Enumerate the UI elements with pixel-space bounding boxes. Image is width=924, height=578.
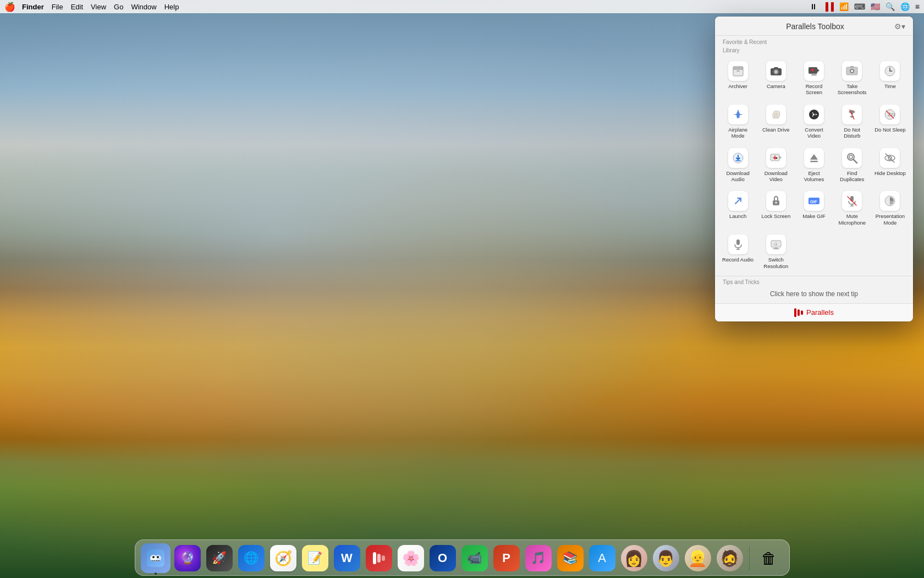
menubar-app-name[interactable]: Finder (22, 3, 44, 11)
record-screen-icon (804, 61, 824, 81)
download-audio-label: Download Audio (722, 170, 754, 183)
pause-icon[interactable]: ⏸ (810, 2, 817, 11)
bar-1 (794, 308, 796, 317)
keyboard-icon[interactable]: ⌨ (854, 2, 865, 11)
menubar: 🍎 Finder File Edit View Go Window Help ⏸… (0, 0, 924, 13)
launch-icon (728, 191, 748, 211)
tool-download-audio[interactable]: Download Audio (719, 144, 756, 186)
tips-section: Tips and Tricks Click here to show the n… (715, 276, 913, 303)
menubar-edit[interactable]: Edit (71, 3, 83, 11)
svg-line-44 (735, 198, 741, 204)
tool-hide-desktop[interactable]: Hide Desktop (872, 144, 909, 186)
panel-title: Parallels Toolbox (736, 22, 894, 31)
dock-item-photos[interactable]: 🌸 (396, 543, 426, 573)
svg-rect-37 (810, 161, 818, 162)
tool-archiver[interactable]: Archiver (719, 57, 756, 99)
dock-item-stickies[interactable]: 📝 (300, 543, 330, 573)
dock-item-ie[interactable]: 🌐 (237, 543, 266, 573)
svg-marker-36 (810, 154, 818, 160)
camera-label: Camera (767, 83, 785, 89)
dock-item-finder[interactable] (141, 543, 170, 573)
dock-item-safari[interactable]: 🧭 (268, 543, 298, 573)
tips-content-button[interactable]: Click here to show the next tip (715, 287, 913, 303)
parallels-logo-text: Parallels (806, 308, 834, 317)
svg-marker-35 (779, 156, 782, 159)
dock-item-contact2[interactable]: 👨 (651, 543, 681, 573)
wifi-icon[interactable]: 📶 (839, 2, 849, 11)
record-screen-label: Record Screen (798, 83, 830, 96)
tips-label: Tips and Tricks (715, 276, 913, 287)
tool-presentation-mode[interactable]: Presentation Mode (872, 187, 909, 229)
svg-point-46 (775, 202, 777, 204)
tool-eject-volumes[interactable]: Eject Volumes (795, 144, 832, 186)
section-library: Library (715, 46, 913, 54)
parallels-menubar-icon[interactable]: ▐▐ (823, 2, 834, 11)
parallels-logo: Parallels (794, 308, 834, 317)
dock-separator (749, 546, 750, 570)
search-icon[interactable]: 🔍 (886, 2, 895, 11)
do-not-sleep-icon: Zzz (880, 105, 900, 124)
switch-resolution-icon (766, 235, 786, 254)
tool-airplane-mode[interactable]: Airplane Mode (719, 100, 756, 143)
tool-clean-drive[interactable]: Clean Drive (757, 100, 794, 143)
tool-download-video[interactable]: Download Video (757, 144, 794, 186)
lock-screen-icon (766, 191, 786, 211)
tools-grid: Archiver Camera Record Screen Take Scree… (715, 54, 913, 275)
tool-launch[interactable]: Launch (719, 187, 756, 229)
svg-marker-8 (817, 69, 820, 72)
dock-item-launchpad[interactable]: 🚀 (205, 543, 234, 573)
tool-switch-resolution[interactable]: Switch Resolution (757, 230, 794, 272)
menubar-help[interactable]: Help (164, 3, 179, 11)
tool-do-not-disturb[interactable]: Do Not Disturb (834, 100, 871, 143)
tool-find-duplicates[interactable]: Find Duplicates (834, 144, 871, 186)
tool-lock-screen[interactable]: Lock Screen (757, 187, 794, 229)
menubar-go[interactable]: Go (114, 3, 123, 11)
launch-label: Launch (729, 213, 746, 219)
flag-icon[interactable]: 🇺🇸 (871, 2, 880, 11)
mute-microphone-icon (842, 191, 862, 211)
tool-mute-microphone[interactable]: Mute Microphone (834, 187, 871, 229)
dock-background: 🔮 🚀 🌐 🧭 📝 W (135, 539, 790, 576)
menubar-window[interactable]: Window (131, 3, 156, 11)
dock-item-contact1[interactable]: 👩 (619, 543, 649, 573)
panel-gear-button[interactable]: ⚙▾ (894, 22, 905, 31)
tool-do-not-sleep[interactable]: Zzz Do Not Sleep (872, 100, 909, 143)
dock-item-siri[interactable]: 🔮 (173, 543, 202, 573)
archiver-icon (728, 61, 748, 81)
take-screenshots-icon (842, 61, 862, 81)
tool-record-screen[interactable]: Record Screen (795, 57, 832, 99)
do-not-disturb-icon (842, 105, 862, 124)
convert-video-icon (804, 105, 824, 124)
download-video-label: Download Video (760, 170, 792, 183)
dock-item-contact4[interactable]: 🧔 (715, 543, 745, 573)
dock-item-word[interactable]: W (332, 543, 362, 573)
menubar-view[interactable]: View (91, 3, 106, 11)
notification-icon[interactable]: ≡ (915, 2, 920, 11)
eject-volumes-icon (804, 148, 824, 168)
svg-point-40 (849, 155, 853, 159)
panel-footer: Parallels (715, 303, 913, 321)
tool-record-audio[interactable]: Record Audio (719, 230, 756, 272)
siri-icon[interactable]: 🌐 (900, 2, 910, 11)
tool-convert-video[interactable]: Convert Video (795, 100, 832, 143)
dock-item-appstore[interactable]: A (587, 543, 617, 573)
tool-take-screenshots[interactable]: Take Screenshots (834, 57, 871, 99)
dock-item-itunes[interactable]: 🎵 (524, 543, 553, 573)
dock-item-facetime[interactable]: 📹 (460, 543, 490, 573)
tool-make-gif[interactable]: GIF Make GIF (795, 187, 832, 229)
tool-time[interactable]: Time (872, 57, 909, 99)
dock-item-contact3[interactable]: 👱 (683, 543, 713, 573)
parallels-toolbox-panel: Parallels Toolbox ⚙▾ Favorite & Recent L… (715, 17, 913, 321)
tool-camera[interactable]: Camera (757, 57, 794, 99)
dock-item-ibooks[interactable]: 📚 (556, 543, 585, 573)
dock-item-outlook[interactable]: O (428, 543, 458, 573)
make-gif-label: Make GIF (802, 213, 826, 219)
time-label: Time (884, 83, 896, 89)
dock-item-parallels[interactable] (364, 543, 394, 573)
dock-item-powerpoint[interactable]: P (492, 543, 521, 573)
apple-menu[interactable]: 🍎 (4, 2, 15, 12)
airplane-mode-label: Airplane Mode (722, 127, 754, 139)
dock-item-trash[interactable]: 🗑 (754, 543, 784, 573)
menubar-file[interactable]: File (52, 3, 63, 11)
panel-header: Parallels Toolbox ⚙▾ (715, 17, 913, 36)
